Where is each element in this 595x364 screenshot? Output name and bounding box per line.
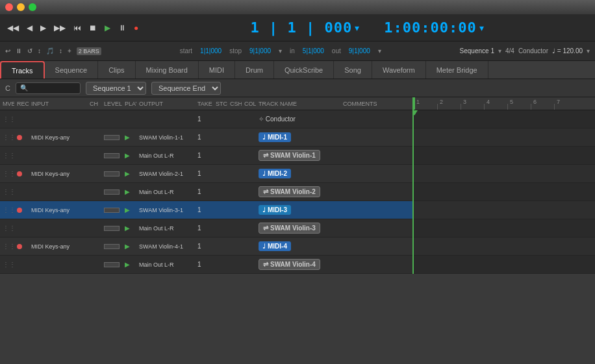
move-handle[interactable]: ⋮⋮: [0, 152, 14, 159]
rec-indicator[interactable]: [17, 171, 22, 176]
tab-song[interactable]: Song: [334, 61, 372, 79]
sort-button[interactable]: ↕: [38, 47, 41, 55]
play-control[interactable]: ▶: [122, 261, 136, 268]
track-name[interactable]: ✧ Conductor: [256, 115, 340, 123]
rec-control[interactable]: [14, 135, 29, 140]
level-bar[interactable]: [104, 226, 120, 231]
level-control[interactable]: [101, 244, 122, 249]
timeline-row[interactable]: [414, 201, 595, 219]
tab-mixing[interactable]: Mixing Board: [136, 61, 199, 79]
tab-meterbridge[interactable]: Meter Bridge: [426, 61, 488, 79]
level-bar[interactable]: [104, 153, 120, 158]
tempo-value[interactable]: ♩ = 120.00: [552, 47, 583, 55]
play-icon[interactable]: ▶: [125, 170, 130, 177]
move-handle[interactable]: ⋮⋮: [0, 115, 14, 123]
search-box[interactable]: 🔍: [16, 82, 81, 94]
table-row[interactable]: ⋮⋮ ▶ Main Out L-R 1 ⇌ SWAM Violin-4: [0, 256, 412, 274]
play-control[interactable]: ▶: [122, 170, 136, 177]
position-arrow[interactable]: ▾: [355, 23, 359, 33]
play-button[interactable]: ▶: [103, 22, 112, 34]
table-row[interactable]: ⋮⋮ ▶ Main Out L-R 1 ⇌ SWAM Violin-3: [0, 219, 412, 237]
track-chip[interactable]: ⇌ SWAM Violin-2: [259, 186, 320, 197]
move-handle[interactable]: ⋮⋮: [0, 170, 14, 177]
out-value[interactable]: 9|1|000: [349, 47, 370, 55]
pause-button[interactable]: ⏸: [116, 22, 128, 34]
tab-quickscribe[interactable]: QuickScribe: [274, 61, 334, 79]
table-row[interactable]: ⋮⋮ MIDI Keys-any ▶ SWAM Violin-2-1 1 ♩ M…: [0, 165, 412, 183]
track-name[interactable]: ♩ MIDI-1: [256, 132, 340, 142]
level-bar[interactable]: [104, 262, 120, 267]
record-button[interactable]: ●: [132, 22, 140, 34]
level-control[interactable]: [101, 135, 122, 140]
fast-forward-button[interactable]: ▶▶: [52, 22, 68, 34]
level-control[interactable]: [101, 262, 122, 267]
level-bar[interactable]: [104, 135, 120, 140]
play-control[interactable]: ▶: [122, 243, 136, 250]
position-counter[interactable]: 1 | 1 | 000: [251, 19, 353, 36]
track-chip[interactable]: ♩ MIDI-1: [259, 132, 291, 142]
rec-control[interactable]: [14, 171, 29, 176]
prev-button[interactable]: ◀: [25, 22, 34, 34]
play-icon[interactable]: ▶: [125, 188, 130, 195]
pause2-button[interactable]: ⏸: [16, 47, 22, 55]
table-row[interactable]: ⋮⋮ MIDI Keys-any ▶ SWAM Violin-3-1 1 ♩ M…: [0, 201, 412, 219]
undo-button[interactable]: ↩: [5, 47, 10, 55]
metro-button[interactable]: 🎵: [46, 47, 54, 55]
track-chip[interactable]: ⇌ SWAM Violin-3: [259, 223, 320, 234]
level-control[interactable]: [101, 208, 122, 213]
track-chip[interactable]: ⇌ SWAM Violin-4: [259, 259, 320, 270]
rec-control[interactable]: [14, 244, 29, 249]
play-control[interactable]: ▶: [122, 224, 136, 232]
track-name[interactable]: ♩ MIDI-3: [256, 205, 340, 215]
play-control[interactable]: ▶: [122, 152, 136, 159]
move-handle[interactable]: ⋮⋮: [0, 134, 14, 141]
track-chip[interactable]: ♩ MIDI-4: [259, 241, 291, 251]
out-arrow[interactable]: ▾: [378, 47, 381, 55]
rec-control[interactable]: [14, 208, 29, 213]
seq-name[interactable]: Sequence 1: [460, 47, 494, 55]
move-handle[interactable]: ⋮⋮: [0, 261, 14, 268]
table-row[interactable]: ⋮⋮ 1 ✧ Conductor: [0, 110, 412, 128]
track-name[interactable]: ♩ MIDI-2: [256, 169, 340, 178]
play-icon[interactable]: ▶: [125, 261, 130, 268]
play-control[interactable]: ▶: [122, 134, 136, 141]
to-start-button[interactable]: ⏮: [71, 22, 83, 34]
timeline-row[interactable]: [414, 183, 595, 201]
tempo-arrow[interactable]: ▾: [587, 47, 590, 55]
rec-indicator[interactable]: [17, 135, 22, 140]
level-control[interactable]: [101, 226, 122, 231]
table-row[interactable]: ⋮⋮ ▶ Main Out L-R 1 ⇌ SWAM Violin-2: [0, 183, 412, 201]
track-chip[interactable]: ♩ MIDI-2: [259, 169, 291, 178]
level-bar[interactable]: [104, 208, 120, 213]
timeline-row[interactable]: [414, 165, 595, 183]
tab-sequence[interactable]: Sequence: [45, 61, 99, 79]
level-bar[interactable]: [104, 171, 120, 176]
track-chip[interactable]: ♩ MIDI-3: [259, 205, 291, 215]
time-counter[interactable]: 1:00:00:00: [384, 19, 476, 36]
timeline-row[interactable]: [414, 147, 595, 165]
add-button[interactable]: +: [68, 47, 71, 55]
track-name[interactable]: ⇌ SWAM Violin-1: [256, 150, 340, 161]
tab-tracks[interactable]: Tracks: [0, 61, 45, 79]
table-row[interactable]: ⋮⋮ MIDI Keys-any ▶ SWAM Violin-1-1 1 ♩ M…: [0, 128, 412, 147]
timeline-row[interactable]: [414, 256, 595, 274]
play-icon[interactable]: ▶: [125, 224, 130, 232]
tab-waveform[interactable]: Waveform: [372, 61, 426, 79]
time-arrow[interactable]: ▾: [479, 23, 484, 33]
track-chip[interactable]: ⇌ SWAM Violin-1: [259, 150, 320, 161]
tab-clips[interactable]: Clips: [98, 61, 135, 79]
close-button[interactable]: [5, 3, 13, 11]
stop-button[interactable]: ⏹: [87, 22, 99, 34]
tab-midi[interactable]: MIDI: [199, 61, 235, 79]
next-button[interactable]: ▶: [38, 22, 48, 34]
track-name[interactable]: ⇌ SWAM Violin-4: [256, 259, 340, 270]
move-handle[interactable]: ⋮⋮: [0, 224, 14, 232]
timeline-row[interactable]: [414, 110, 595, 128]
search-input[interactable]: [31, 84, 76, 92]
track-name[interactable]: ⇌ SWAM Violin-2: [256, 186, 340, 197]
move-handle[interactable]: ⋮⋮: [0, 188, 14, 195]
stop-value[interactable]: 9|1|000: [249, 47, 271, 55]
play-icon[interactable]: ▶: [125, 243, 130, 250]
table-row[interactable]: ⋮⋮ ▶ Main Out L-R 1 ⇌ SWAM Violin-1: [0, 147, 412, 165]
play-control[interactable]: ▶: [122, 206, 136, 213]
